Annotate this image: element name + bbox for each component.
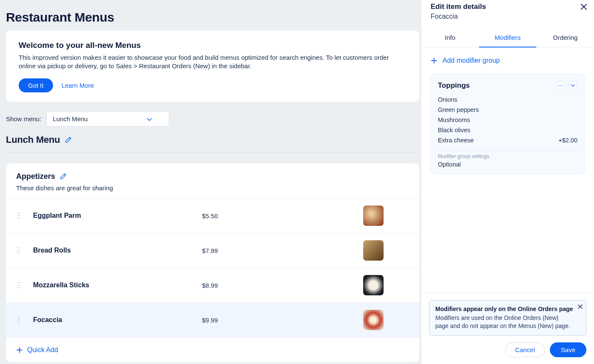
pencil-icon (59, 172, 67, 180)
menu-item-row[interactable]: Bread Rolls $7.99 (6, 233, 419, 268)
menu-item-thumbnail (363, 275, 384, 295)
show-menu-label: Show menu: (6, 115, 41, 122)
close-panel-button[interactable] (580, 3, 587, 12)
svg-point-12 (17, 282, 18, 283)
svg-point-18 (17, 317, 18, 318)
svg-point-23 (19, 322, 20, 323)
svg-point-2 (17, 215, 18, 216)
menu-item-price: $7.99 (202, 247, 329, 254)
svg-point-6 (17, 247, 18, 248)
svg-point-22 (17, 322, 18, 323)
svg-point-0 (17, 213, 18, 214)
modifier-item-name: Black olives (438, 127, 471, 133)
tab-info[interactable]: Info (421, 27, 479, 47)
modifier-group-more-button[interactable]: ⋯ (556, 81, 566, 90)
menu-item-name: Bread Rolls (33, 247, 202, 254)
add-modifier-group-button[interactable]: Add modifier group (431, 57, 585, 64)
panel-title: Edit item details (431, 3, 585, 11)
menu-item-price: $9.99 (202, 317, 329, 324)
modifier-item-price: +$2.00 (558, 137, 577, 144)
modifier-settings-value: Optional (438, 161, 577, 168)
plus-icon (431, 57, 437, 64)
pencil-icon (64, 136, 72, 144)
quick-add-label: Quick Add (27, 346, 58, 354)
edit-section-button[interactable] (59, 172, 67, 180)
svg-point-14 (17, 285, 18, 286)
modifier-item-name: Onions (438, 96, 457, 103)
drag-handle-icon[interactable] (16, 281, 21, 289)
modifier-group-collapse-button[interactable] (568, 81, 577, 90)
save-button[interactable]: Save (550, 342, 586, 357)
menu-item-price: $8.99 (202, 282, 329, 289)
modifier-item-name: Green peppers (438, 106, 479, 113)
chevron-down-icon (571, 84, 575, 87)
menu-item-thumbnail (363, 310, 384, 330)
divider (6, 152, 419, 153)
menu-item-name: Mozzarella Sticks (33, 281, 202, 289)
svg-point-10 (17, 253, 18, 253)
panel-item-name: Focaccia (431, 13, 585, 20)
svg-point-7 (19, 247, 20, 248)
svg-point-16 (17, 287, 18, 288)
svg-point-5 (19, 218, 20, 219)
menu-item-name: Focaccia (33, 316, 202, 324)
menu-item-name: Eggplant Parm (33, 212, 202, 220)
welcome-description: This improved version makes it easier to… (19, 53, 406, 71)
panel-tabs: Info Modifiers Ordering (421, 27, 594, 47)
learn-more-link[interactable]: Learn More (62, 82, 94, 89)
svg-point-19 (19, 317, 20, 318)
modifier-item: Green peppers (438, 105, 577, 115)
cancel-button[interactable]: Cancel (505, 342, 545, 357)
svg-point-4 (17, 218, 18, 219)
chevron-down-icon (147, 115, 152, 122)
info-box-title: Modifiers appear only on the Online Orde… (435, 306, 573, 312)
menu-select[interactable]: Lunch Menu (46, 111, 169, 127)
quick-add-button[interactable]: Quick Add (6, 337, 419, 362)
modifier-item: Black olives (438, 125, 577, 135)
modifier-group-title: Toppings (438, 81, 470, 90)
menu-item-price: $5.50 (202, 212, 329, 220)
welcome-card: Welcome to your all-new Menus This impro… (6, 31, 419, 102)
drag-handle-icon[interactable] (16, 212, 21, 220)
section-description: These dishes are great for sharing (16, 184, 409, 192)
page-title: Restaurant Menus (6, 10, 114, 25)
add-modifier-group-label: Add modifier group (443, 57, 500, 64)
svg-point-13 (19, 282, 20, 283)
modifier-settings-label: Modifier group settings (438, 153, 577, 159)
svg-point-1 (19, 213, 20, 214)
drag-handle-icon[interactable] (16, 316, 21, 324)
info-box: Modifiers appear only on the Online Orde… (429, 300, 586, 336)
info-box-text: Modifiers are used on the Online Orders … (435, 314, 573, 330)
edit-item-panel: Edit item details Focaccia Info Modifier… (421, 0, 594, 364)
modifier-item-name: Extra cheese (438, 137, 474, 144)
svg-point-8 (17, 250, 18, 251)
menu-item-row[interactable]: Mozzarella Sticks $8.99 (6, 268, 419, 303)
svg-point-11 (19, 253, 20, 253)
divider (438, 150, 577, 150)
modifier-item-name: Mushrooms (438, 117, 470, 123)
got-it-button[interactable]: Got It (19, 78, 53, 92)
svg-point-3 (19, 215, 20, 216)
menu-item-row[interactable]: Eggplant Parm $5.50 (6, 198, 419, 233)
tab-ordering[interactable]: Ordering (536, 27, 594, 47)
modifier-group: Toppings ⋯ Onions Green peppers (431, 74, 585, 174)
section-card: Appetizers These dishes are great for sh… (6, 164, 419, 362)
menu-item-thumbnail (363, 240, 384, 261)
plus-icon (16, 347, 23, 353)
close-icon (578, 304, 583, 309)
menu-item-thumbnail (363, 206, 384, 226)
tab-modifiers[interactable]: Modifiers (479, 27, 537, 47)
modifier-item: Onions (438, 94, 577, 105)
menu-title: Lunch Menu (6, 134, 60, 145)
menu-select-value: Lunch Menu (53, 115, 88, 122)
edit-menu-button[interactable] (64, 136, 72, 144)
drag-handle-icon[interactable] (16, 247, 21, 254)
modifier-item: Mushrooms (438, 115, 577, 125)
info-box-close-button[interactable] (578, 304, 583, 310)
ellipsis-icon: ⋯ (558, 83, 563, 89)
close-icon (580, 3, 587, 10)
svg-point-17 (19, 287, 20, 288)
svg-point-9 (19, 250, 20, 251)
menu-item-row[interactable]: Focaccia $9.99 (6, 303, 419, 337)
svg-point-20 (17, 320, 18, 320)
